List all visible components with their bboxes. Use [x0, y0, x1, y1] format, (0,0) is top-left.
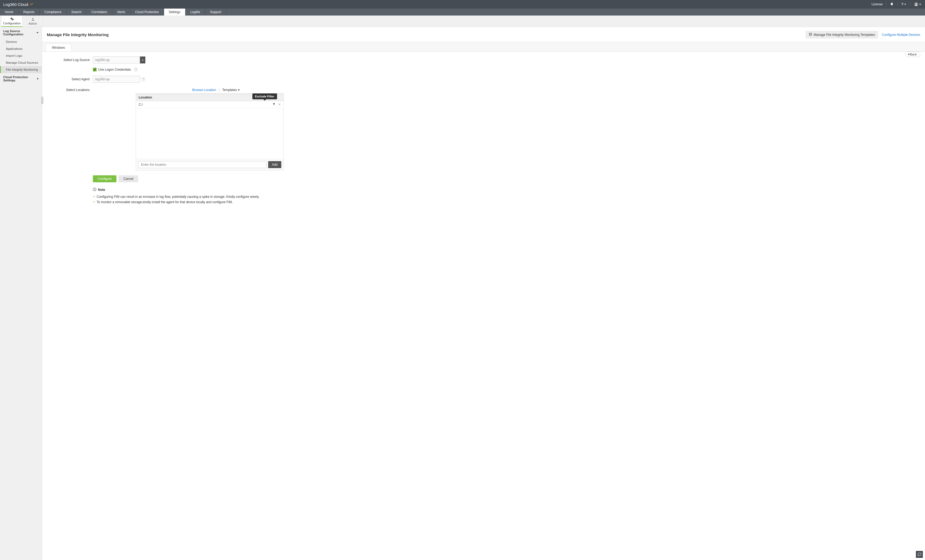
main-nav: Home Reports Compliance Search Correlati… [0, 9, 925, 15]
page-header: Manage File Integrity Monitoring Manage … [42, 27, 925, 42]
note-title: Note [98, 188, 105, 192]
nav-compliance[interactable]: Compliance [40, 9, 66, 15]
sidebar-section-log-source[interactable]: Log Source Configuration [0, 27, 42, 38]
bell-icon[interactable] [889, 2, 894, 7]
configure-button[interactable]: Configure [93, 175, 116, 182]
help-icon[interactable]: ? [134, 68, 137, 71]
locations-footer: Add [136, 159, 283, 170]
header-right: License ? [871, 2, 922, 7]
product-logo: Log360 Cloud [3, 2, 33, 7]
log-source-input[interactable] [93, 56, 140, 63]
app-header: Log360 Cloud License ? [0, 0, 925, 9]
svg-point-1 [915, 3, 917, 4]
row-agent: Select Agent ? [50, 76, 917, 83]
nav-search[interactable]: Search [66, 9, 86, 15]
subtab-configuration-label: Configuration [3, 22, 21, 25]
exclude-filter-tooltip: Exclude Filter [252, 93, 277, 99]
settings-layout: Log Source Configuration Devices Applica… [0, 27, 925, 560]
nav-correlation[interactable]: Correlation [86, 9, 112, 15]
chat-button[interactable] [916, 551, 923, 558]
location-input[interactable] [138, 161, 267, 168]
fim-form: Back Select Log Source + Use Logon Crede… [42, 52, 925, 209]
settings-sidebar: Log Source Configuration Devices Applica… [0, 27, 42, 560]
locations-table: Location Exclude Filter C:/ [136, 93, 284, 170]
log-source-label: Select Log Source [50, 58, 93, 62]
template-icon [809, 33, 812, 37]
page-header-right: Manage File Integrity Monitoring Templat… [806, 31, 920, 39]
main-panel: Manage File Integrity Monitoring Manage … [42, 27, 925, 560]
sidebar-section-cloud-protection[interactable]: Cloud Protection Settings [0, 73, 42, 84]
row-locations: Select Locations Browse Location | Templ… [50, 87, 917, 170]
subtab-admin[interactable]: Admin [23, 15, 43, 27]
svg-rect-4 [810, 34, 811, 35]
row-log-source: Select Log Source + [50, 56, 917, 63]
nav-home[interactable]: Home [0, 9, 18, 15]
locations-block: Browse Location | Templates Location Exc… [93, 87, 241, 170]
sidebar-section2-label: Cloud Protection Settings [3, 75, 37, 82]
logon-credentials-checkbox-row[interactable]: Use Logon Credentials ? [93, 68, 917, 71]
sidebar-item-fim[interactable]: File Integrity Monitoring [0, 66, 42, 73]
info-icon [93, 188, 96, 192]
sidebar-item-applications[interactable]: Applications [0, 45, 42, 52]
log-source-token-box: + [93, 56, 145, 63]
help-dropdown[interactable]: ? [901, 2, 907, 7]
logo-text-a: Log360 [3, 2, 17, 7]
templates-dropdown-label: Templates [222, 88, 237, 92]
browse-location-link[interactable]: Browse Location [192, 88, 216, 92]
user-icon [31, 17, 35, 22]
agent-label: Select Agent [50, 77, 93, 81]
location-row: C:/ [136, 101, 283, 108]
nav-settings[interactable]: Settings [164, 9, 185, 15]
configure-multiple-link[interactable]: Configure Multiple Devices [882, 33, 920, 37]
logo-text-b: Cloud [18, 2, 28, 7]
user-menu[interactable] [913, 2, 922, 7]
note-block: Note Configuring FIM can result in an in… [93, 188, 917, 205]
nav-alerts[interactable]: Alerts [112, 9, 130, 15]
back-row: Back [905, 52, 920, 57]
chevron-left-icon [908, 53, 909, 56]
chevron-down-icon [36, 32, 39, 33]
nav-reports[interactable]: Reports [18, 9, 40, 15]
subtab-admin-label: Admin [29, 22, 37, 25]
locations-label: Select Locations [50, 87, 93, 92]
svg-point-2 [32, 18, 33, 19]
sidebar-item-devices[interactable]: Devices [0, 38, 42, 45]
form-actions: Configure Cancel [93, 175, 917, 182]
help-icon-agent[interactable]: ? [142, 78, 145, 81]
toolbar-separator: | [218, 88, 220, 92]
note-item: Configuring FIM can result in an increas… [93, 194, 917, 199]
locations-toolbar: Browse Location | Templates [93, 87, 241, 93]
svg-rect-3 [809, 33, 812, 36]
nav-cloud-protection[interactable]: Cloud Protection [130, 9, 164, 15]
page-title: Manage File Integrity Monitoring [47, 32, 108, 37]
filter-icon[interactable] [273, 103, 276, 107]
location-path: C:/ [139, 103, 143, 107]
agent-input[interactable] [93, 76, 140, 83]
chevron-right-icon [37, 78, 39, 80]
tab-windows[interactable]: Windows [46, 44, 71, 51]
os-tabs: Windows [42, 42, 925, 52]
remove-location-icon[interactable] [278, 103, 281, 107]
sidebar-item-import-logs[interactable]: Import Logs [0, 52, 42, 59]
add-location-button[interactable]: Add [268, 161, 281, 168]
add-log-source-button[interactable]: + [140, 56, 145, 63]
manage-templates-label: Manage File Integrity Monitoring Templat… [814, 33, 875, 37]
note-item: To monitor a removable storage,kindly in… [93, 199, 917, 205]
templates-dropdown[interactable]: Templates [222, 88, 240, 92]
gear-icon [10, 17, 14, 21]
chevron-down-icon [238, 89, 240, 91]
nav-logme[interactable]: LogMe [185, 9, 205, 15]
subtab-configuration[interactable]: Configuration [2, 15, 23, 27]
nav-support[interactable]: Support [205, 9, 226, 15]
sidebar-section-label: Log Source Configuration [3, 29, 36, 36]
logon-credentials-checkbox[interactable] [93, 68, 96, 71]
location-row-actions [273, 103, 281, 107]
manage-templates-button[interactable]: Manage File Integrity Monitoring Templat… [806, 31, 878, 39]
sidebar-item-manage-cloud[interactable]: Manage Cloud Sources [0, 59, 42, 66]
cancel-button[interactable]: Cancel [119, 175, 138, 182]
back-button[interactable]: Back [905, 52, 920, 57]
locations-empty-area [136, 108, 283, 159]
header-divider [886, 2, 886, 7]
license-link[interactable]: License [871, 2, 883, 6]
header-divider-3 [910, 2, 910, 7]
